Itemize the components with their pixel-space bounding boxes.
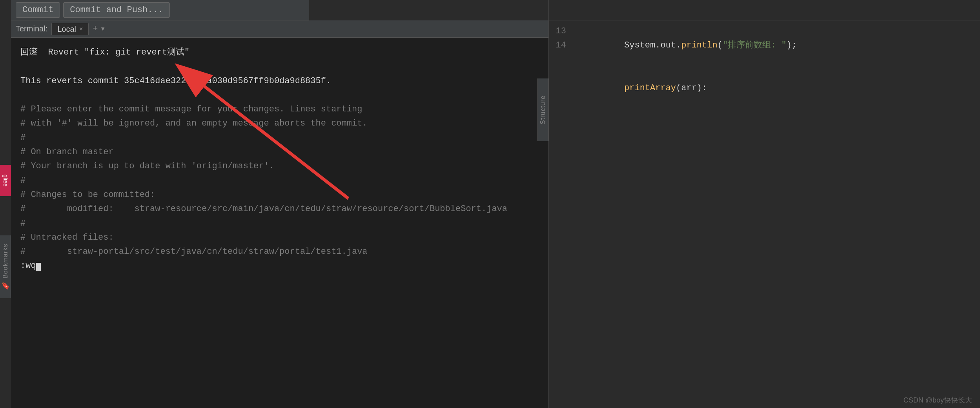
code-println: println: [681, 40, 717, 50]
code-lines: System.out.println("排序前数组: "); printArra…: [572, 24, 980, 404]
structure-label: Structure: [539, 95, 546, 124]
gitee-badge: gitee: [0, 165, 11, 196]
cursor: [36, 263, 41, 271]
terminal-cursor-line: :wq: [20, 259, 539, 273]
terminal-line-6: # with '#' will be ignored, and an empty…: [20, 117, 539, 131]
code-string: "排序前数组: ": [723, 40, 787, 50]
code-display: 13 14 System.out.println("排序前数组: "); pri…: [549, 20, 980, 408]
terminal-label: Terminal:: [16, 24, 47, 33]
tab-close-icon[interactable]: ×: [79, 26, 83, 33]
terminal-line-9: # Your branch is up to date with 'origin…: [20, 159, 539, 173]
bookmark-icon: 🔖: [1, 281, 10, 290]
code-paren: (: [718, 40, 723, 50]
terminal-line-10: #: [20, 174, 539, 188]
terminal-line-3: This reverts commit 35c416dae322435ea030…: [20, 74, 539, 88]
bookmarks-sidebar[interactable]: Bookmarks 🔖: [0, 235, 11, 298]
code-out: out: [660, 40, 676, 50]
terminal-line-5: # Please enter the commit message for yo…: [20, 102, 539, 117]
line-number-13: 13: [549, 24, 566, 38]
commit-push-button[interactable]: Commit and Push...: [63, 2, 170, 18]
code-printarray: printArray: [624, 83, 676, 93]
gitee-label: gitee: [2, 175, 9, 186]
commit-button[interactable]: Commit: [16, 2, 60, 18]
structure-sidebar[interactable]: Structure: [537, 78, 548, 141]
line-numbers: 13 14: [549, 24, 572, 404]
tab-dropdown-icon[interactable]: ▾: [100, 24, 106, 34]
code-arr: (arr):: [676, 83, 707, 93]
terminal-line-15: # straw-portal/src/test/java/cn/tedu/str…: [20, 245, 539, 259]
terminal-blank-1: [20, 60, 539, 74]
tab-plus-icon[interactable]: +: [93, 24, 98, 34]
line-number-14: 14: [549, 38, 566, 53]
terminal-line-8: # On branch master: [20, 145, 539, 159]
bookmarks-label: Bookmarks: [2, 244, 9, 279]
code-text: System.: [624, 40, 660, 50]
code-line-14: printArray(arr):: [572, 67, 980, 110]
tab-name: Local: [57, 25, 76, 34]
terminal-line-12: # modified: straw-resource/src/main/java…: [20, 202, 539, 216]
terminal-blank-2: [20, 88, 539, 102]
terminal-line-11: # Changes to be committed:: [20, 188, 539, 202]
terminal-line-7: #: [20, 131, 539, 145]
code-end: );: [787, 40, 797, 50]
terminal-line-1: 回滚 Revert "fix: git revert测试": [20, 46, 539, 60]
terminal-tab-local[interactable]: Local ×: [51, 23, 89, 35]
code-dot: .: [676, 40, 681, 50]
terminal-line-14: # Untracked files:: [20, 231, 539, 245]
code-line-13: System.out.println("排序前数组: ");: [572, 24, 980, 67]
watermark: CSDN @boy快快长大: [903, 395, 972, 405]
terminal-line-13: #: [20, 217, 539, 231]
